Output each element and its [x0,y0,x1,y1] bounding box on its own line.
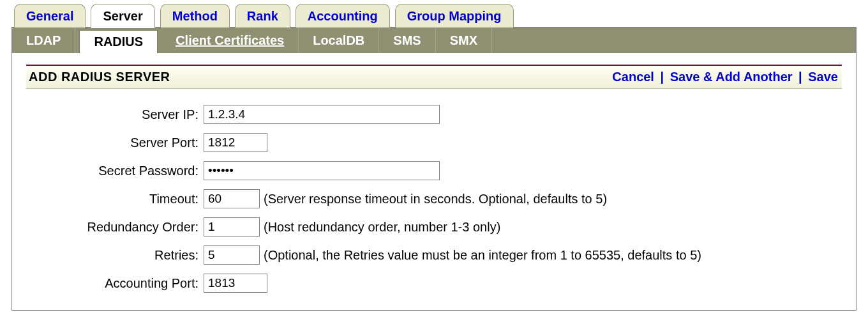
hint-retries: (Optional, the Retries value must be an … [264,248,701,263]
hint-timeout: (Server response timeout in seconds. Opt… [264,192,607,206]
tab-group-mapping[interactable]: Group Mapping [395,4,514,27]
top-tab-bar: General Server Method Rank Accounting Gr… [11,4,857,27]
server-ip-field[interactable] [204,105,440,124]
subtab-client-certs[interactable]: Client Certificates [161,27,299,53]
row-accounting-port: Accounting Port: [26,269,842,297]
tab-accounting[interactable]: Accounting [296,4,390,27]
cancel-button[interactable]: Cancel [612,70,654,84]
tab-server[interactable]: Server [91,4,154,28]
row-secret-password: Secret Password: [26,157,842,185]
separator: | [796,70,805,84]
redundancy-order-field[interactable] [204,217,260,237]
label-server-ip: Server IP: [26,107,204,122]
row-timeout: Timeout: (Server response timeout in sec… [26,185,842,213]
row-server-ip: Server IP: [26,100,842,128]
row-server-port: Server Port: [26,128,842,157]
save-button[interactable]: Save [808,70,838,84]
label-timeout: Timeout: [26,192,204,206]
subtab-radius[interactable]: RADIUS [79,30,158,53]
subtab-smx[interactable]: SMX [436,27,492,53]
label-secret-password: Secret Password: [26,164,204,178]
label-accounting-port: Accounting Port: [26,276,204,291]
row-redundancy-order: Redundancy Order: (Host redundancy order… [26,213,842,241]
form: Server IP: Server Port: Secret Password:… [26,89,842,297]
hint-redundancy-order: (Host redundancy order, number 1-3 only) [264,220,500,235]
content-area: ADD RADIUS SERVER Cancel | Save & Add An… [12,53,856,297]
title-row: ADD RADIUS SERVER Cancel | Save & Add An… [26,65,842,89]
actions: Cancel | Save & Add Another | Save [612,70,838,84]
page-title: ADD RADIUS SERVER [29,70,170,84]
tab-method[interactable]: Method [160,4,230,27]
secret-password-field[interactable] [204,161,440,180]
main-panel: LDAP RADIUS Client Certificates LocalDB … [11,27,857,311]
subtab-ldap[interactable]: LDAP [12,27,75,53]
sub-tab-bar: LDAP RADIUS Client Certificates LocalDB … [12,27,856,53]
subtab-localdb[interactable]: LocalDB [299,27,379,53]
accounting-port-field[interactable] [204,274,267,293]
tab-general[interactable]: General [14,4,86,27]
label-server-port: Server Port: [26,136,204,150]
server-port-field[interactable] [204,133,267,152]
label-retries: Retries: [26,248,204,263]
subtab-sms[interactable]: SMS [379,27,435,53]
save-add-another-button[interactable]: Save & Add Another [670,70,793,84]
retries-field[interactable] [204,245,260,265]
separator: | [658,70,667,84]
tab-rank[interactable]: Rank [235,4,290,27]
row-retries: Retries: (Optional, the Retries value mu… [26,241,842,269]
label-redundancy-order: Redundancy Order: [26,220,204,235]
timeout-field[interactable] [204,189,260,208]
